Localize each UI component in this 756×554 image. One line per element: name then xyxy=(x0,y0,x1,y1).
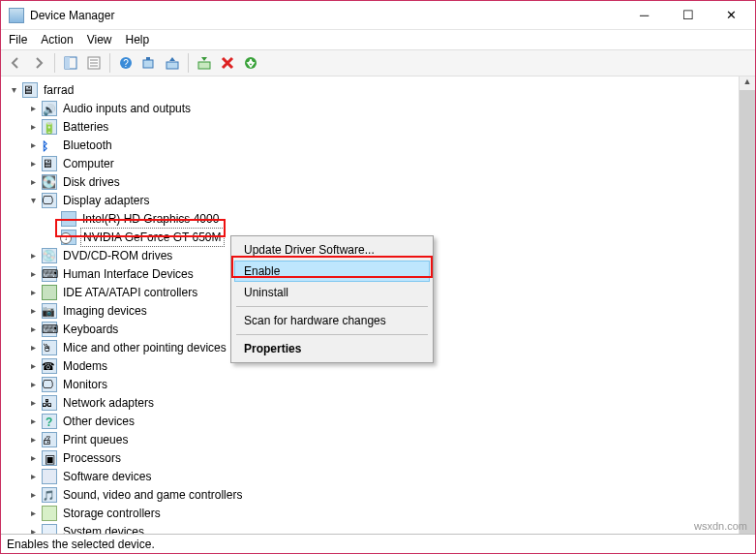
modems-icon xyxy=(42,358,57,374)
enable-device-button[interactable] xyxy=(194,52,215,74)
expand-icon[interactable]: ▸ xyxy=(26,507,40,520)
maximize-button[interactable]: ☐ xyxy=(666,2,710,29)
tree-container: ▾ farrad ▸Audio inputs and outputs▸Batte… xyxy=(1,77,755,534)
storage-icon xyxy=(42,506,57,521)
expand-icon[interactable]: ▸ xyxy=(26,138,40,152)
tree-label: IDE ATA/ATAPI controllers xyxy=(61,284,199,301)
tree-node-other[interactable]: ▸Other devices xyxy=(26,413,136,430)
expand-icon[interactable]: ▸ xyxy=(26,488,40,502)
tree-node-disk[interactable]: ▸Disk drives xyxy=(26,173,122,191)
context-menu: Update Driver Software... Enable Uninsta… xyxy=(230,235,434,363)
audio-icon xyxy=(42,101,57,116)
tree-node-keyboards[interactable]: ▸Keyboards xyxy=(26,321,120,338)
back-button[interactable] xyxy=(5,52,26,74)
scroll-up-button[interactable]: ▲ xyxy=(740,77,755,86)
tree-node-batteries[interactable]: ▸Batteries xyxy=(26,118,110,136)
close-button[interactable]: ✕ xyxy=(710,2,753,29)
status-text: Enables the selected device. xyxy=(7,538,155,551)
context-separator xyxy=(236,306,428,307)
computer-icon xyxy=(42,156,57,171)
tree-node-mice[interactable]: ▸Mice and other pointing devices xyxy=(26,339,228,356)
tree-label: Human Interface Devices xyxy=(61,265,196,283)
expand-icon[interactable]: ▸ xyxy=(26,415,40,428)
expand-icon[interactable]: ▸ xyxy=(26,359,40,373)
tree-node-monitors[interactable]: ▸Monitors xyxy=(26,376,109,393)
tree-node-nvidia[interactable]: ▸NVIDIA GeForce GT 650M xyxy=(45,229,225,246)
tree-node-dvd[interactable]: ▸DVD/CD-ROM drives xyxy=(26,247,174,264)
expand-icon[interactable]: ▸ xyxy=(26,378,40,391)
vertical-scrollbar[interactable]: ▲ ▼ xyxy=(739,77,755,534)
expand-icon[interactable]: ▸ xyxy=(26,304,40,318)
tree-node-storage[interactable]: ▸Storage controllers xyxy=(26,505,163,522)
expand-icon[interactable]: ▸ xyxy=(26,525,40,534)
svg-rect-1 xyxy=(65,57,70,69)
context-enable[interactable]: Enable xyxy=(234,261,430,282)
tree-node-modems[interactable]: ▸Modems xyxy=(26,357,109,375)
tree-node-bluetooth[interactable]: ▸Bluetooth xyxy=(26,137,114,154)
show-hide-tree-button[interactable] xyxy=(60,52,81,74)
properties-button[interactable] xyxy=(83,52,105,74)
tree-node-imaging[interactable]: ▸Imaging devices xyxy=(26,302,149,320)
context-uninstall[interactable]: Uninstall xyxy=(234,282,430,303)
svg-rect-10 xyxy=(166,62,178,69)
scan-hardware-button[interactable] xyxy=(138,52,160,74)
mice-icon xyxy=(42,340,57,355)
forward-button[interactable] xyxy=(28,52,49,74)
tree-root[interactable]: ▾ farrad xyxy=(7,81,76,99)
expand-icon[interactable]: ▸ xyxy=(26,470,40,483)
tree-label: Keyboards xyxy=(61,321,120,338)
tree-label: Disk drives xyxy=(61,173,122,191)
expand-icon[interactable]: ▾ xyxy=(7,83,20,97)
tree-label: Monitors xyxy=(61,376,109,393)
expand-icon[interactable]: ▸ xyxy=(26,267,40,281)
tree-node-software[interactable]: ▸Software devices xyxy=(26,468,153,485)
menu-bar: File Action View Help xyxy=(1,30,755,49)
tree-label: Processors xyxy=(61,449,123,467)
menu-view[interactable]: View xyxy=(87,33,112,46)
ide-icon xyxy=(42,285,57,300)
expand-icon[interactable]: ▸ xyxy=(26,120,40,134)
expand-icon[interactable]: ▸ xyxy=(26,157,40,170)
expand-icon[interactable]: ▸ xyxy=(26,249,40,262)
expand-icon[interactable]: ▸ xyxy=(26,286,40,299)
tree-node-display[interactable]: ▾Display adapters xyxy=(26,192,151,209)
tree-node-sound[interactable]: ▸Sound, video and game controllers xyxy=(26,486,244,504)
expand-icon[interactable]: ▸ xyxy=(26,341,40,354)
expand-icon[interactable]: ▸ xyxy=(26,433,40,446)
collapse-icon[interactable]: ▾ xyxy=(26,194,40,207)
bluetooth-icon xyxy=(42,138,57,153)
context-update-driver[interactable]: Update Driver Software... xyxy=(234,239,430,261)
expand-icon[interactable]: ▸ xyxy=(26,396,40,410)
tree-node-intel[interactable]: ▸Intel(R) HD Graphics 4000 xyxy=(45,210,221,228)
expand-icon[interactable]: ▸ xyxy=(26,451,40,465)
expand-icon[interactable]: ▸ xyxy=(26,323,40,336)
menu-help[interactable]: Help xyxy=(126,33,150,46)
tree-node-audio[interactable]: ▸Audio inputs and outputs xyxy=(26,100,193,117)
tree-node-network[interactable]: ▸Network adapters xyxy=(26,394,156,412)
software-icon xyxy=(42,469,57,484)
menu-file[interactable]: File xyxy=(9,33,27,46)
tree-node-ide[interactable]: ▸IDE ATA/ATAPI controllers xyxy=(26,284,199,301)
tree-node-computer[interactable]: ▸Computer xyxy=(26,155,116,172)
tree-node-print[interactable]: ▸Print queues xyxy=(26,431,130,448)
tree-label: Imaging devices xyxy=(61,302,149,320)
svg-rect-8 xyxy=(143,60,153,68)
expand-icon[interactable]: ▸ xyxy=(26,102,40,115)
tree-node-hid[interactable]: ▸Human Interface Devices xyxy=(26,265,196,283)
menu-action[interactable]: Action xyxy=(41,33,73,46)
tree-label: DVD/CD-ROM drives xyxy=(61,247,174,264)
minimize-button[interactable]: ─ xyxy=(622,2,666,29)
title-bar: Device Manager ─ ☐ ✕ xyxy=(1,1,755,30)
help-button[interactable]: ? xyxy=(115,52,136,74)
update-driver-button[interactable] xyxy=(162,52,183,74)
tree-node-processors[interactable]: ▸Processors xyxy=(26,449,123,467)
tree-node-system[interactable]: ▸System devices xyxy=(26,523,146,534)
context-scan[interactable]: Scan for hardware changes xyxy=(234,310,430,331)
app-icon xyxy=(9,8,24,23)
install-legacy-button[interactable] xyxy=(240,52,261,74)
expand-icon[interactable]: ▸ xyxy=(26,175,40,189)
scroll-thumb[interactable] xyxy=(740,90,755,534)
uninstall-button[interactable] xyxy=(217,52,238,74)
keyboards-icon xyxy=(42,322,57,337)
context-properties[interactable]: Properties xyxy=(234,338,430,359)
